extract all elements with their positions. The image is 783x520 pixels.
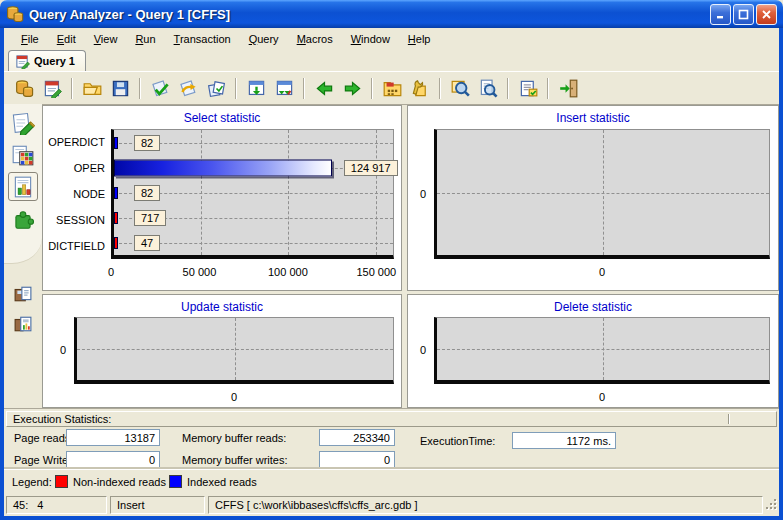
rollback-button[interactable] xyxy=(175,76,201,101)
notes-check-icon xyxy=(519,79,538,98)
gridline xyxy=(603,318,604,380)
preferences-button[interactable] xyxy=(407,76,433,101)
menu-window[interactable]: Window xyxy=(342,31,399,47)
fetch-next-button[interactable] xyxy=(243,76,269,101)
menu-query[interactable]: Query xyxy=(240,31,288,47)
client-area: FileEditViewRunTransactionQueryMacrosWin… xyxy=(0,28,783,520)
edit-mode-panel: Insert xyxy=(110,496,205,514)
data-grid-icon xyxy=(11,143,35,167)
magnifier-window-icon xyxy=(451,79,470,98)
delete-plot-area xyxy=(434,317,770,384)
next-query-button[interactable] xyxy=(339,76,365,101)
arrow-right-icon xyxy=(343,79,362,98)
execution-time-value: 1172 ms. xyxy=(512,432,616,449)
y-tick-label: 0 xyxy=(420,188,426,200)
commit-button[interactable] xyxy=(147,76,173,101)
cursor-line: 45: xyxy=(13,499,28,511)
chart-title: Insert statistic xyxy=(408,111,778,125)
sheets-stack-icon xyxy=(207,79,226,98)
bar-node xyxy=(114,187,118,199)
app-icon xyxy=(6,5,24,23)
cursor-column: 4 xyxy=(37,499,43,511)
tab-query-1[interactable]: Query 1 xyxy=(8,50,86,71)
x-tick-label: 100 000 xyxy=(268,266,308,278)
close-button[interactable] xyxy=(756,4,777,25)
new-sql-editor-button[interactable] xyxy=(39,76,65,101)
window-arrow-double-icon xyxy=(275,79,294,98)
find-button[interactable] xyxy=(447,76,473,101)
sql-catalog-button[interactable] xyxy=(379,76,405,101)
x-tick-label: 0 xyxy=(231,391,237,403)
y-axis-label-oper: OPER xyxy=(74,162,105,174)
save-query-button[interactable] xyxy=(107,76,133,101)
execution-statistics-title: Execution Statistics: xyxy=(13,413,111,425)
previous-query-button[interactable] xyxy=(311,76,337,101)
arrow-left-icon xyxy=(315,79,334,98)
select-statistic-chart: Select statistic OPERDICTOPERNODESESSION… xyxy=(42,105,402,291)
execution-statistics-header: Execution Statistics: xyxy=(6,411,777,427)
sidebar-query-plan-button[interactable] xyxy=(8,205,38,234)
menu-file[interactable]: File xyxy=(12,31,48,47)
gridline xyxy=(235,318,236,380)
chart-title: Update statistic xyxy=(43,300,401,314)
sidebar-save-data-button[interactable] xyxy=(10,283,36,305)
window-title: Query Analyzer - Query 1 [CFFS] xyxy=(29,7,708,22)
main-area: Select statistic OPERDICTOPERNODESESSION… xyxy=(4,105,779,408)
page-writes-value: 0 xyxy=(66,451,160,468)
window-arrow-down-icon xyxy=(247,79,266,98)
indexed-reads-swatch xyxy=(169,475,182,488)
menu-help[interactable]: Help xyxy=(399,31,440,47)
page-reads-label: Page reads: xyxy=(14,432,73,444)
fetch-all-button[interactable] xyxy=(271,76,297,101)
database-path-panel: CFFS [ c:\work\ibbases\cffs\cffs_arc.gdb… xyxy=(208,496,763,514)
y-axis-label-dictfield: DICTFIELD xyxy=(48,240,105,252)
memory-buffer-writes-value: 0 xyxy=(319,451,395,468)
database-path: CFFS [ c:\work\ibbases\cffs\cffs_arc.gdb… xyxy=(215,499,418,511)
toolbar-separator xyxy=(303,78,305,99)
memory-buffer-reads-label: Memory buffer reads: xyxy=(182,432,286,444)
maximize-icon xyxy=(738,9,749,20)
query-plan-button[interactable] xyxy=(515,76,541,101)
value-label-node: 82 xyxy=(134,185,160,201)
header-divider xyxy=(728,414,730,424)
sql-folder-icon xyxy=(383,79,402,98)
x-tick-label: 0 xyxy=(108,266,114,278)
toolbar-separator xyxy=(139,78,141,99)
legend-row: Legend: Non-indexed reads Indexed reads xyxy=(4,469,779,494)
chart-title: Select statistic xyxy=(43,111,401,125)
sidebar xyxy=(4,105,42,408)
sidebar-results-grid-button[interactable] xyxy=(8,140,38,169)
value-label-dictfield: 47 xyxy=(134,235,160,251)
new-database-button[interactable] xyxy=(11,76,37,101)
toolbar-separator xyxy=(71,78,73,99)
sidebar-query-editor-button[interactable] xyxy=(8,108,38,137)
commit-retaining-button[interactable] xyxy=(203,76,229,101)
x-tick-label: 0 xyxy=(599,391,605,403)
memory-buffer-writes-label: Memory buffer writes: xyxy=(182,454,288,466)
titlebar[interactable]: Query Analyzer - Query 1 [CFFS] xyxy=(0,0,783,28)
exit-door-icon xyxy=(559,79,578,98)
edit-mode: Insert xyxy=(117,499,145,511)
select-y-axis-labels: OPERDICTOPERNODESESSIONDICTFIELD xyxy=(43,129,109,259)
minimize-icon xyxy=(715,9,726,20)
sql-edit-icon xyxy=(43,79,62,98)
select-plot-area: 82124 9178271747 xyxy=(111,129,394,259)
maximize-button[interactable] xyxy=(733,4,754,25)
menu-macros[interactable]: Macros xyxy=(288,31,342,47)
sql-edit-icon xyxy=(15,54,30,69)
resize-grip-icon[interactable] xyxy=(765,497,778,515)
menu-edit[interactable]: Edit xyxy=(48,31,85,47)
page-reads-value: 13187 xyxy=(66,429,160,446)
insert-plot-area xyxy=(434,129,770,259)
find-in-text-button[interactable] xyxy=(475,76,501,101)
sidebar-save-statistics-button[interactable] xyxy=(10,313,36,335)
insert-statistic-chart: Insert statistic 0 0 xyxy=(407,105,779,291)
menu-view[interactable]: View xyxy=(85,31,127,47)
open-query-button[interactable] xyxy=(79,76,105,101)
exit-button[interactable] xyxy=(555,76,581,101)
minimize-button[interactable] xyxy=(710,4,731,25)
menu-run[interactable]: Run xyxy=(126,31,164,47)
menu-transaction[interactable]: Transaction xyxy=(165,31,240,47)
sidebar-statistics-button[interactable] xyxy=(8,172,38,201)
database-icon xyxy=(15,79,34,98)
